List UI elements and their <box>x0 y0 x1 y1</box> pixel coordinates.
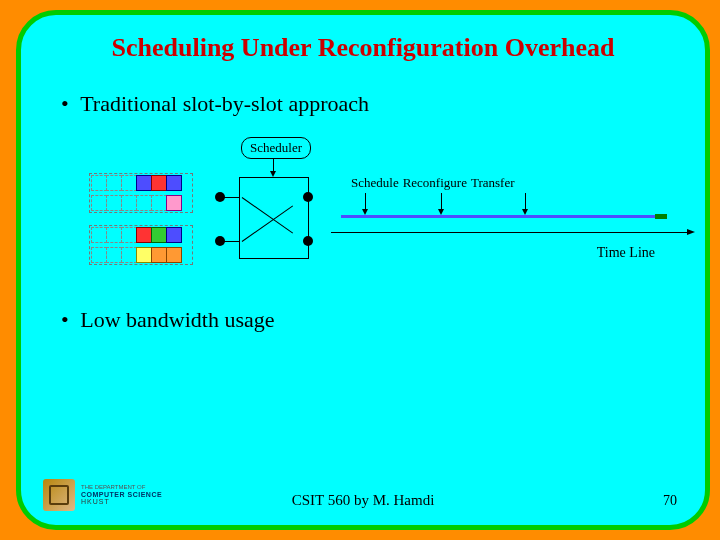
packet-icon <box>166 175 182 191</box>
phase-schedule: Schedule <box>351 175 399 191</box>
packet-icon <box>151 175 167 191</box>
packet-icon <box>136 175 152 191</box>
queue-row <box>91 175 181 193</box>
page-number: 70 <box>663 493 677 509</box>
slide-title: Scheduling Under Reconfiguration Overhea… <box>51 33 675 63</box>
diagram: Scheduler <box>71 137 675 297</box>
timeline-label: Time Line <box>597 245 655 261</box>
packet-icon <box>136 227 152 243</box>
packet-icon <box>166 195 182 211</box>
scheduler-box: Scheduler <box>241 137 311 159</box>
packet-icon <box>151 227 167 243</box>
wire-icon <box>220 197 240 198</box>
packet-icon <box>151 247 167 263</box>
bullet-1: Traditional slot-by-slot approach <box>61 91 675 117</box>
wire-icon <box>220 241 240 242</box>
phase-transfer: Transfer <box>471 175 515 191</box>
queue-row <box>91 227 181 245</box>
footer-credit: CSIT 560 by M. Hamdi <box>21 492 705 509</box>
arrow-down-icon <box>365 193 366 211</box>
timeline-axis-icon <box>331 232 689 233</box>
crossbar-switch <box>239 177 309 259</box>
timeline-bar-end <box>655 214 667 219</box>
scheduler-arrow-icon <box>273 159 274 173</box>
packet-icon <box>136 247 152 263</box>
queue-row <box>91 247 181 265</box>
cross-wire-icon <box>240 178 310 260</box>
packet-icon <box>166 247 182 263</box>
slide: Scheduling Under Reconfiguration Overhea… <box>16 10 710 530</box>
packet-icon <box>166 227 182 243</box>
arrow-down-icon <box>525 193 526 211</box>
timeline-bar <box>341 215 661 218</box>
phase-reconfigure: Reconfigure <box>403 175 467 191</box>
input-queues <box>91 175 181 267</box>
arrow-down-icon <box>441 193 442 211</box>
bullet-2: Low bandwidth usage <box>61 307 675 333</box>
timeline-labels: Schedule Reconfigure Transfer <box>351 175 515 191</box>
queue-row <box>91 195 181 213</box>
